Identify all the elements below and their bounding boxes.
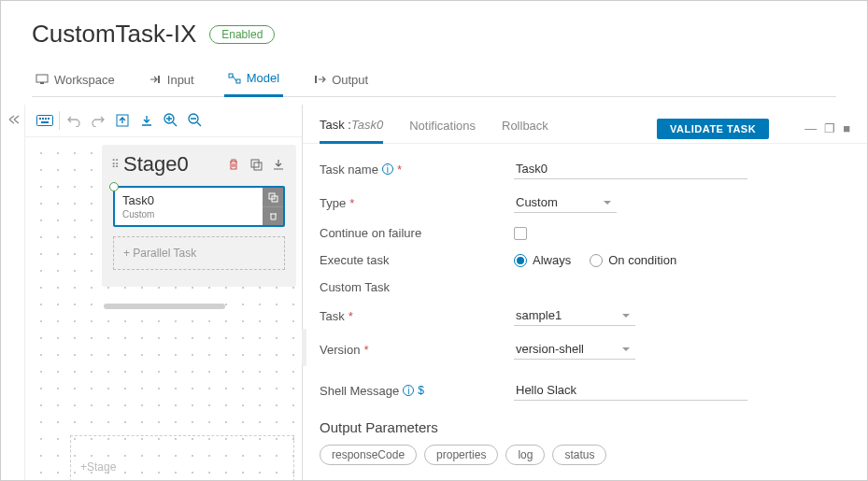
task-name-input[interactable]	[514, 159, 747, 179]
horizontal-scrollbar[interactable]	[104, 304, 225, 309]
undo-button[interactable]	[64, 110, 84, 131]
task-status-dot-icon	[109, 182, 119, 191]
custom-task-section: Custom Task	[320, 280, 850, 294]
svg-rect-11	[41, 121, 49, 123]
workspace-icon	[36, 74, 49, 85]
maximize-panel-icon[interactable]: ■	[843, 121, 850, 135]
param-pill[interactable]: properties	[424, 445, 498, 465]
panel-tab-notifications[interactable]: Notifications	[409, 115, 476, 142]
collapse-sidebar-button[interactable]	[1, 105, 25, 481]
drag-handle-icon[interactable]: ⠿	[111, 158, 118, 171]
info-icon[interactable]: i	[382, 163, 393, 175]
zoom-in-button[interactable]	[161, 110, 181, 131]
import-button[interactable]	[136, 110, 157, 131]
continue-label: Continue on failure	[320, 226, 421, 240]
panel-resize-handle[interactable]	[302, 329, 306, 366]
svg-rect-6	[37, 116, 53, 126]
model-icon	[228, 73, 241, 84]
delete-stage-icon[interactable]	[225, 156, 242, 173]
svg-rect-4	[236, 79, 240, 83]
param-pill[interactable]: status	[552, 445, 606, 465]
input-icon	[149, 74, 162, 85]
properties-panel: Task :Task0 Notifications Rollback VALID…	[303, 105, 867, 481]
panel-tab-task[interactable]: Task :Task0	[320, 114, 383, 144]
export-button[interactable]	[112, 110, 133, 131]
execute-label: Execute task	[320, 253, 389, 267]
stage-block[interactable]: ⠿ Stage0 Task0 Custom	[102, 145, 296, 287]
tab-output[interactable]: Output	[309, 65, 372, 97]
minimize-panel-icon[interactable]: —	[804, 121, 817, 135]
version-label: Version	[320, 343, 360, 357]
output-icon	[313, 74, 326, 85]
task-name-label: Task name	[320, 163, 378, 177]
tab-label: Input	[167, 73, 194, 87]
page-header: CustomTask-IX Enabled Workspace Input Mo…	[1, 1, 867, 105]
canvas-toolbar	[25, 105, 302, 137]
tab-model[interactable]: Model	[224, 65, 283, 97]
svg-rect-9	[45, 118, 47, 120]
page-title: CustomTask-IX	[32, 20, 196, 49]
task-form: Task namei * Type * Continue on failure …	[303, 144, 867, 474]
redo-button[interactable]	[88, 110, 108, 131]
tab-label: Output	[332, 73, 368, 87]
shell-message-input[interactable]	[514, 380, 747, 401]
svg-rect-5	[315, 76, 317, 83]
panel-tabs: Task :Task0 Notifications Rollback VALID…	[303, 105, 867, 144]
download-stage-icon[interactable]	[270, 156, 287, 173]
svg-rect-16	[254, 163, 262, 170]
stage-name: Stage0	[123, 152, 220, 177]
svg-rect-7	[39, 118, 41, 120]
validate-task-button[interactable]: VALIDATE TASK	[657, 119, 769, 139]
tab-label: Model	[247, 71, 279, 85]
tab-label: Workspace	[54, 73, 115, 87]
svg-rect-2	[158, 76, 160, 83]
execute-always-radio[interactable]: Always	[514, 253, 571, 267]
svg-rect-1	[40, 82, 44, 84]
type-label: Type	[320, 196, 346, 210]
svg-rect-15	[251, 160, 259, 167]
pipeline-canvas[interactable]: ⠿ Stage0 Task0 Custom	[25, 137, 302, 481]
tab-workspace[interactable]: Workspace	[32, 65, 119, 97]
type-select[interactable]	[514, 192, 617, 213]
tab-input[interactable]: Input	[145, 65, 198, 97]
task-card-name: Task0	[122, 193, 255, 207]
task-select-label: Task	[320, 309, 345, 323]
shell-message-label: Shell Message	[320, 384, 399, 398]
panel-tab-rollback[interactable]: Rollback	[502, 115, 548, 142]
task-card-type: Custom	[122, 209, 255, 219]
execute-condition-radio[interactable]: On condition	[590, 253, 676, 267]
version-select[interactable]	[514, 339, 635, 360]
main-tabs: Workspace Input Model Output	[32, 65, 836, 97]
continue-checkbox[interactable]	[514, 227, 527, 240]
output-pills: responseCode properties log status	[320, 445, 850, 465]
add-stage-button[interactable]: + Stage	[70, 435, 294, 481]
task-select[interactable]	[514, 305, 635, 326]
status-badge: Enabled	[209, 25, 275, 44]
svg-rect-8	[42, 118, 44, 120]
svg-rect-0	[36, 75, 48, 82]
svg-rect-3	[229, 74, 233, 78]
delete-task-icon[interactable]	[263, 206, 283, 225]
zoom-out-button[interactable]	[185, 110, 206, 131]
param-pill[interactable]: log	[505, 445, 545, 465]
output-parameters-title: Output Parameters	[320, 419, 850, 435]
param-pill[interactable]: responseCode	[320, 445, 417, 465]
left-panel: ⠿ Stage0 Task0 Custom	[1, 105, 303, 481]
info-icon[interactable]: i	[403, 385, 414, 396]
copy-task-icon[interactable]	[263, 188, 283, 206]
keyboard-icon[interactable]	[35, 110, 55, 131]
svg-rect-10	[48, 118, 50, 120]
task-card[interactable]: Task0 Custom	[113, 186, 285, 227]
add-parallel-task-button[interactable]: + Parallel Task	[113, 236, 285, 270]
restore-panel-icon[interactable]: ❐	[824, 121, 835, 135]
dollar-icon[interactable]: $	[418, 384, 424, 397]
copy-stage-icon[interactable]	[248, 156, 264, 173]
